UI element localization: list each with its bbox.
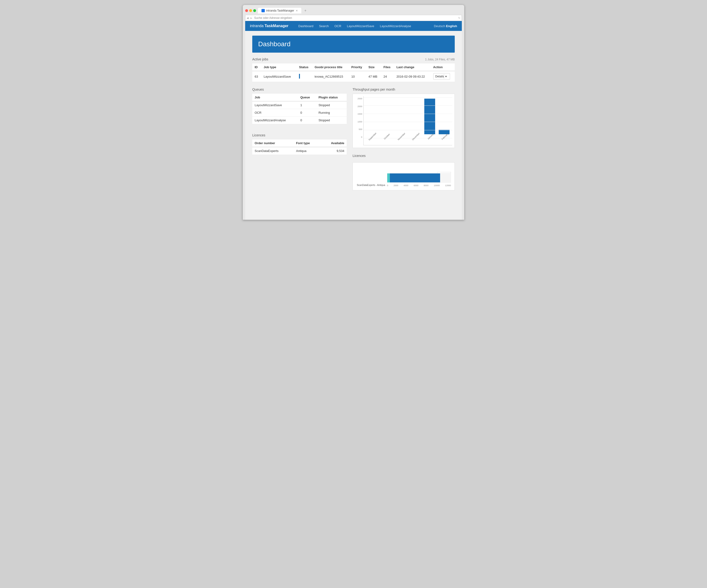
tab-close-button[interactable]: ✕: [296, 9, 298, 12]
cell-last-change: 2016-02-09 09:43:22: [394, 71, 431, 82]
new-tab-button[interactable]: +: [303, 8, 308, 13]
x-axis-labels: 0 2000 4000 6000 8000 10000 12000: [387, 183, 451, 187]
details-button[interactable]: Details ▾: [433, 73, 450, 80]
bar-label: November: [397, 132, 406, 141]
col-job-type: Job type: [261, 64, 297, 71]
cell-size: 47 MB: [366, 71, 381, 82]
cell-id: 63: [252, 71, 261, 82]
col-id: ID: [252, 64, 261, 71]
browser-tab[interactable]: intranda TaskManager ✕: [258, 8, 301, 13]
y-label-0: 2500: [355, 98, 362, 100]
licences-table: Order number Font type Available ScanDat…: [252, 139, 347, 154]
lang-deutsch[interactable]: Deutsch: [434, 24, 445, 28]
y-label-1: 2000: [355, 105, 362, 108]
l-font-0: Antiqua: [294, 147, 321, 154]
licences-table-header: Licences: [252, 133, 347, 137]
bar-group: September: [365, 98, 378, 138]
queues-title: Queues: [252, 88, 264, 91]
nav-layoutwizzardanalyse[interactable]: LayoutWizzardAnalyse: [377, 21, 414, 31]
col-goobi: Goobi process title: [312, 64, 349, 71]
bar-label: December: [412, 132, 420, 141]
throughput-chart: 2500 2000 1500 1000 500 0: [352, 94, 455, 148]
tab-favicon: [262, 9, 265, 12]
two-col-layout: Queues Job Queue Plugin status: [252, 88, 455, 196]
active-jobs-summary: 1 Jobs, 24 Files, 47 MB: [425, 58, 455, 61]
x-label-4: 8000: [424, 184, 429, 187]
l-order-0: ScanDataExperts: [252, 147, 294, 154]
page-title: Dashboard: [258, 40, 449, 48]
lang-english[interactable]: English: [446, 24, 457, 28]
throughput-section: Throughput pages per month 2500 2000 150…: [352, 88, 455, 148]
minimize-dot[interactable]: [249, 9, 252, 12]
reload-button[interactable]: ↻: [458, 16, 461, 20]
h-bar-total-fill: [387, 173, 440, 182]
active-jobs-title: Active jobs: [252, 57, 268, 61]
right-column: Throughput pages per month 2500 2000 150…: [352, 88, 455, 196]
licences-chart: Used Total: [352, 162, 455, 191]
q-queue-2: 0: [298, 116, 316, 124]
col-size: Size: [366, 64, 381, 71]
queues-section: Queues Job Queue Plugin status: [252, 88, 347, 124]
table-row: OCR 0 Running: [252, 109, 347, 116]
q-status-0: Stopped: [316, 101, 347, 109]
tab-title: intranda TaskManager: [266, 9, 294, 12]
q-col-queue: Queue: [298, 94, 316, 101]
address-bar[interactable]: ◀ ▶ Suche oder Adresse eingeben ↻: [245, 15, 462, 21]
table-row: ScanDataExperts Antiqua 9,534: [252, 147, 347, 154]
browser-toolbar: intranda TaskManager ✕ +: [245, 7, 462, 15]
nav-language: Deutsch English: [434, 24, 457, 28]
active-jobs-section: Active jobs 1 Jobs, 24 Files, 47 MB ID J…: [252, 57, 455, 82]
back-button[interactable]: ◀: [246, 16, 248, 20]
left-column: Queues Job Queue Plugin status: [252, 88, 347, 196]
h-bar-total-track: [387, 173, 451, 183]
y-axis: 2500 2000 1500 1000 500 0: [355, 96, 363, 145]
l-col-available: Available: [321, 139, 347, 147]
forward-button[interactable]: ▶: [250, 16, 252, 20]
x-label-3: 6000: [414, 184, 418, 187]
nav-search[interactable]: Search: [316, 21, 332, 31]
q-job-2: LayoutWizzardAnalyse: [252, 116, 298, 124]
col-last-change: Last change: [394, 64, 431, 71]
nav-ocr[interactable]: OCR: [332, 21, 344, 31]
cell-goobi: knowa_AC12669515: [312, 71, 349, 82]
bar-group: October: [379, 98, 393, 138]
y-label-3: 1000: [355, 120, 362, 123]
q-queue-0: 1: [298, 101, 316, 109]
licences-chart-section: Licences Used Total: [352, 154, 455, 191]
cell-files: 24: [381, 71, 394, 82]
grid-line-5: [364, 138, 452, 138]
details-label: Details: [435, 75, 444, 78]
x-label-0: 0: [387, 184, 388, 187]
cell-priority: 10: [349, 71, 366, 82]
col-status: Status: [297, 64, 312, 71]
h-bar-row-total: [356, 173, 451, 183]
col-files: Files: [381, 64, 394, 71]
l-col-order: Order number: [252, 139, 294, 147]
h-bar-row-label-row: ScanDataExperts - Antiqua 0 2000 4000 60…: [356, 183, 451, 187]
details-dropdown[interactable]: ▾: [444, 74, 448, 79]
queues-table: Job Queue Plugin status LayoutWizzardSav…: [252, 94, 347, 124]
app-nav: intranda TaskManager Dashboard Search OC…: [245, 21, 462, 31]
h-bar-used-fill: [387, 173, 390, 182]
queues-header: Queues: [252, 88, 347, 91]
maximize-dot[interactable]: [253, 9, 256, 12]
nav-dashboard[interactable]: Dashboard: [296, 21, 316, 31]
throughput-chart-title: Throughput pages per month: [352, 88, 455, 91]
licences-header-row: Order number Font type Available: [252, 139, 347, 147]
l-available-0: 9,534: [321, 147, 347, 154]
nav-layoutwizzardsave[interactable]: LayoutWizzardSave: [344, 21, 377, 31]
status-indicator: [299, 74, 300, 78]
browser-window: intranda TaskManager ✕ + ◀ ▶ Suche oder …: [243, 5, 464, 220]
nav-links: Dashboard Search OCR LayoutWizzardSave L…: [296, 21, 434, 31]
x-labels-container: 0 2000 4000 6000 8000 10000 12000: [387, 183, 451, 187]
q-job-1: OCR: [252, 109, 298, 116]
active-jobs-header-row: ID Job type Status Goobi process title P…: [252, 64, 455, 71]
address-text[interactable]: Suche oder Adresse eingeben: [254, 16, 457, 20]
q-queue-1: 0: [298, 109, 316, 116]
close-dot[interactable]: [245, 9, 248, 12]
table-row: LayoutWizzardSave 1 Stopped: [252, 101, 347, 109]
y-label-2: 1500: [355, 113, 362, 115]
chart-bars-area: SeptemberOctoberNovemberDecemberJanuaryF…: [363, 96, 452, 145]
x-label-5: 10000: [434, 184, 440, 187]
col-action: Action: [431, 64, 455, 71]
